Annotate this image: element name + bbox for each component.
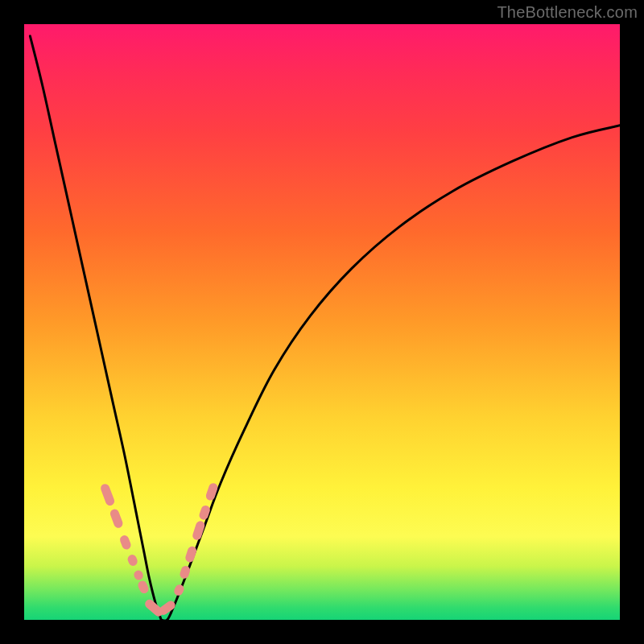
chart-frame: TheBottleneck.com: [0, 0, 644, 644]
plot-area: [24, 24, 620, 620]
curve-marker: [126, 553, 138, 567]
curve-marker: [109, 508, 124, 529]
marker-group: [100, 482, 219, 618]
curve-marker: [100, 483, 116, 507]
bottleneck-curve: [30, 36, 620, 621]
watermark-text: TheBottleneck.com: [497, 3, 638, 22]
curve-marker: [137, 580, 151, 595]
curve-marker: [133, 569, 145, 581]
chart-svg: [24, 24, 620, 620]
curve-marker: [198, 505, 211, 522]
curve-marker: [172, 583, 185, 597]
curve-marker: [118, 534, 132, 551]
